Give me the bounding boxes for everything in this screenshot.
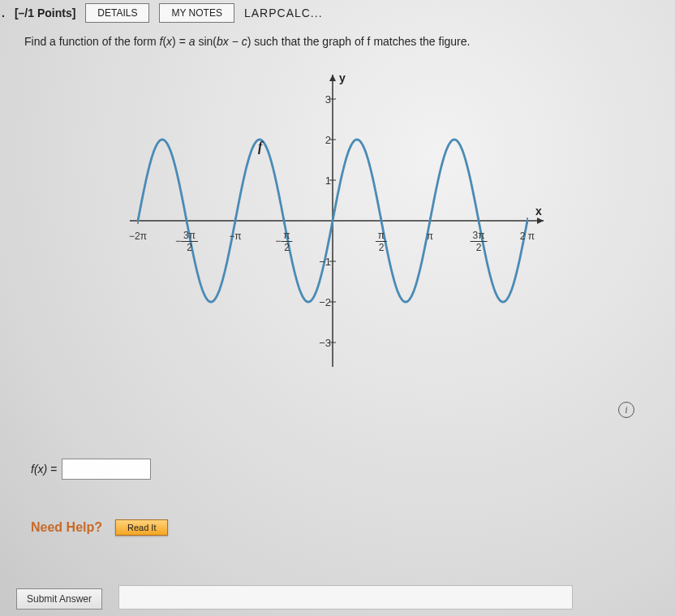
xtick-pi2: π2: [376, 230, 387, 252]
submit-answer-button[interactable]: Submit Answer: [16, 588, 102, 610]
xtick-n3pi2: −3π2: [175, 230, 198, 252]
series-label: f: [258, 140, 262, 154]
my-notes-button[interactable]: MY NOTES: [159, 3, 234, 23]
submit-row: Submit Answer: [16, 585, 573, 610]
xtick-2pi: 2 π: [520, 230, 535, 242]
answer-label: f(x) =: [31, 463, 57, 476]
source-label: LARPCALC...: [244, 6, 323, 19]
xtick-n2pi: −2π: [129, 230, 147, 242]
svg-marker-1: [537, 218, 544, 224]
question-number: .: [2, 6, 5, 19]
svg-marker-3: [329, 75, 336, 81]
ytick-2: 2: [313, 133, 331, 145]
x-axis-label: x: [535, 205, 542, 218]
points-badge: [–/1 Points]: [15, 6, 75, 19]
details-button[interactable]: DETAILS: [85, 3, 149, 23]
y-axis-label: y: [339, 71, 346, 84]
ytick-3: 3: [313, 93, 331, 105]
question-prompt: Find a function of the form f(x) = a sin…: [24, 34, 665, 50]
graph-svg: [114, 58, 552, 383]
xtick-npi: −π: [229, 230, 241, 242]
ytick-n1: −1: [313, 255, 331, 267]
xtick-npi2: −π2: [275, 230, 292, 252]
answer-dropzone[interactable]: [118, 585, 573, 610]
read-it-button[interactable]: Read It: [115, 519, 168, 536]
ytick-1: 1: [313, 174, 331, 186]
answer-input[interactable]: [62, 459, 151, 480]
xtick-3pi2: 3π2: [471, 230, 488, 252]
help-row: Need Help? Read It: [31, 519, 168, 536]
prompt-pre: Find a function of the form: [24, 35, 160, 48]
answer-row: f(x) =: [31, 459, 151, 480]
xtick-pi: π: [427, 230, 433, 242]
prompt-formula: f(x) = a sin(bx − c): [160, 35, 252, 48]
top-row: . [–/1 Points] DETAILS MY NOTES LARPCALC…: [0, 0, 675, 28]
graph: y x f 3 2 1 −1 −2 −3 −2π −3π2 −π −π2 π2 …: [114, 58, 552, 383]
info-icon[interactable]: i: [618, 402, 634, 418]
ytick-n2: −2: [313, 295, 331, 308]
ytick-n3: −3: [313, 336, 331, 348]
prompt-post: such that the graph of f matches the fig…: [254, 35, 470, 48]
need-help-label: Need Help?: [31, 520, 102, 535]
